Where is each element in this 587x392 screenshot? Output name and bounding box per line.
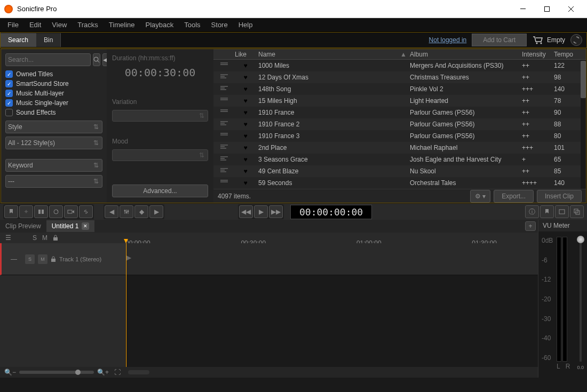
table-row[interactable]: ♥1910 France 3Parlour Games (PS56)++80 <box>213 130 581 142</box>
split-button[interactable] <box>34 205 48 218</box>
zoom-slider[interactable] <box>19 371 94 374</box>
menu-tools[interactable]: Tools <box>179 19 205 31</box>
checkbox[interactable] <box>5 99 13 107</box>
table-row[interactable]: ♥1910 France 2Parlour Games (PS56)++88 <box>213 118 581 130</box>
stop-button[interactable]: ◆ <box>134 205 148 218</box>
record-button[interactable] <box>64 205 78 218</box>
add-tab-button[interactable]: + <box>525 221 536 231</box>
like-icon[interactable]: ♥ <box>235 144 256 151</box>
login-link[interactable]: Not logged in <box>429 36 467 44</box>
filter-row[interactable]: Sound Effects <box>5 108 102 117</box>
table-row[interactable]: ♥49 Cent BlazeNu Skool++85 <box>213 165 581 177</box>
track-mute[interactable]: M <box>38 254 47 264</box>
like-icon[interactable]: ♥ <box>235 62 256 69</box>
solo-header[interactable]: S <box>33 234 37 242</box>
table-row[interactable]: ♥3 Seasons GraceJosh Eagle and the Harve… <box>213 154 581 165</box>
track-lock-icon[interactable] <box>51 256 56 262</box>
filter-row[interactable]: Music Multi-layer <box>5 89 102 98</box>
sync-button[interactable] <box>570 34 582 46</box>
rewind-start-button[interactable]: ◀ <box>105 205 118 218</box>
tab-untitled[interactable]: Untitled 1 ✕ <box>46 220 95 232</box>
table-row[interactable]: ♥148th SongPinkle Vol 2+++140 <box>213 83 581 95</box>
menu-edit[interactable]: Edit <box>24 19 46 31</box>
zoom-out-icon[interactable]: 🔍− <box>4 369 16 376</box>
mixer-button[interactable] <box>120 205 133 218</box>
duration-value[interactable]: 00:00:30:00 <box>112 66 208 79</box>
like-icon[interactable]: ♥ <box>235 167 256 175</box>
skip-back-button[interactable]: ◀◀ <box>239 205 253 218</box>
menu-file[interactable]: File <box>2 19 24 31</box>
advanced-button[interactable]: Advanced... <box>112 185 208 197</box>
cart-status[interactable]: Empty <box>532 35 565 45</box>
tab-close-icon[interactable]: ✕ <box>82 222 89 230</box>
export-button[interactable]: Export... <box>494 190 534 203</box>
info-button[interactable]: ⓘ <box>525 205 539 218</box>
lock-icon[interactable] <box>53 235 58 241</box>
link-button[interactable] <box>79 205 93 218</box>
effects-button[interactable]: ✦ <box>19 205 33 218</box>
col-name[interactable]: Name▲ <box>256 51 410 58</box>
tab-clip-preview[interactable]: Clip Preview <box>0 220 46 232</box>
settings-button[interactable]: ⚙ ▾ <box>470 190 490 203</box>
add-to-cart-button[interactable]: Add to Cart <box>472 34 527 46</box>
table-row[interactable]: ♥12 Days Of XmasChristmas Treasures++98 <box>213 71 581 83</box>
table-row[interactable]: ♥15 Miles HighLight Hearted++78 <box>213 95 581 107</box>
zoom-fit-icon[interactable]: ⛶ <box>114 369 121 376</box>
menu-view[interactable]: View <box>46 19 72 31</box>
like-icon[interactable]: ♥ <box>235 74 256 81</box>
mood-select[interactable] <box>112 149 208 161</box>
zoom-in-icon[interactable]: 🔍+ <box>97 369 109 376</box>
keyword-select[interactable]: Keyword <box>5 159 102 172</box>
vu-slider[interactable] <box>580 237 582 362</box>
filter-row[interactable]: Music Single-layer <box>5 98 102 108</box>
like-icon[interactable]: ♥ <box>235 156 256 163</box>
search-button[interactable] <box>93 53 100 66</box>
loop-button[interactable] <box>49 205 63 218</box>
checkbox[interactable] <box>5 80 13 87</box>
like-icon[interactable]: ♥ <box>235 132 256 140</box>
play-button[interactable]: ▶ <box>254 205 268 218</box>
menu-playback[interactable]: Playback <box>140 19 179 31</box>
minimize-button[interactable] <box>511 2 535 17</box>
checkbox[interactable] <box>5 70 13 78</box>
mute-header[interactable]: M <box>42 234 47 242</box>
view-button[interactable] <box>555 205 569 218</box>
like-icon[interactable]: ♥ <box>235 109 256 116</box>
playhead[interactable] <box>126 243 126 367</box>
timecode-display[interactable]: 00:00:00:00 <box>290 205 372 219</box>
like-icon[interactable]: ♥ <box>235 121 256 128</box>
filter-row[interactable]: SmartSound Store <box>5 79 102 89</box>
play-next-button[interactable]: ▶ <box>149 205 163 218</box>
tab-search[interactable]: Search <box>1 33 36 47</box>
menu-timeline[interactable]: Timeline <box>104 19 140 31</box>
search-input[interactable] <box>5 53 91 66</box>
variation-select[interactable] <box>112 110 208 122</box>
skip-fwd-button[interactable]: ▶▶ <box>269 205 283 218</box>
track-solo[interactable]: S <box>25 254 35 264</box>
style-all-select[interactable]: All - 122 Style(s) <box>5 137 102 149</box>
track-row[interactable]: — S M Track 1 (Stereo) <box>0 243 125 275</box>
like-icon[interactable]: ♥ <box>235 179 256 187</box>
maximize-button[interactable] <box>535 2 559 17</box>
style-select[interactable]: Style <box>5 121 102 133</box>
menu-store[interactable]: Store <box>206 19 233 31</box>
table-row[interactable]: ♥1000 MilesMergers And Acquisitions (PS3… <box>213 60 581 71</box>
like-icon[interactable]: ♥ <box>235 97 256 105</box>
favorite-button[interactable] <box>540 205 554 218</box>
close-button[interactable] <box>559 2 583 17</box>
col-tempo[interactable]: Tempo <box>554 51 581 58</box>
expand-button[interactable] <box>570 205 584 218</box>
col-album[interactable]: Album <box>410 51 522 58</box>
table-row[interactable]: ♥2nd PlaceMichael Raphael+++101 <box>213 142 581 154</box>
insert-clip-button[interactable]: Insert Clip <box>537 190 582 203</box>
col-intensity[interactable]: Intensity <box>522 51 554 58</box>
h-scrollbar[interactable] <box>128 370 149 374</box>
keyword-all-select[interactable]: --- <box>5 175 102 188</box>
like-icon[interactable]: ♥ <box>235 85 256 93</box>
checkbox[interactable] <box>5 109 13 116</box>
table-scrollbar[interactable] <box>581 60 586 189</box>
menu-tracks[interactable]: Tracks <box>72 19 104 31</box>
layers-icon[interactable]: ☰ <box>5 234 11 242</box>
timeline-canvas[interactable]: ▶ <box>125 243 538 367</box>
col-like[interactable]: Like <box>235 51 256 58</box>
